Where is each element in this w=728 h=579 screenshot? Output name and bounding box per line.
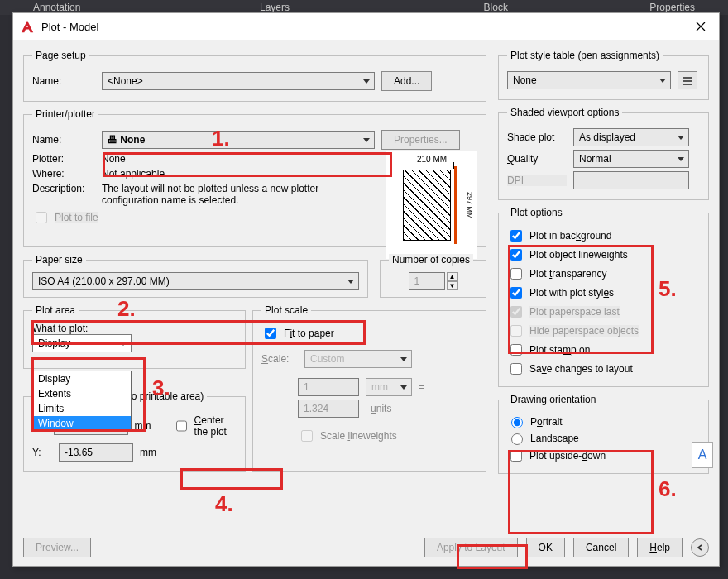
dropdown-option-extents[interactable]: Extents <box>33 386 131 401</box>
dialog-title: Plot - Model <box>41 21 689 33</box>
dropdown-option-window[interactable]: Window <box>33 416 131 431</box>
shaded-viewport-legend: Shaded viewport options <box>507 107 622 118</box>
app-logo-icon <box>20 19 35 34</box>
landscape-label: Landscape <box>530 433 579 444</box>
dpi-label: DPI <box>507 175 567 186</box>
edit-plot-style-button[interactable] <box>678 71 697 89</box>
plot-scale-legend: Plot scale <box>261 304 311 316</box>
upside-down-checkbox[interactable] <box>510 450 522 462</box>
x-unit: mm <box>135 420 153 432</box>
plotter-value: None <box>102 153 126 165</box>
plot-background-checkbox[interactable] <box>510 230 522 242</box>
center-plot-checkbox[interactable] <box>176 420 187 432</box>
plot-style-table-legend: Plot style table (pen assignments) <box>507 50 663 61</box>
fit-to-paper-checkbox[interactable] <box>265 328 276 339</box>
y-input[interactable] <box>59 443 133 462</box>
dialog-footer: Preview... Apply to Layout OK Cancel Hel… <box>13 533 719 564</box>
svg-rect-2 <box>682 84 692 85</box>
titlebar: Plot - Model <box>13 13 719 40</box>
printer-name-select[interactable]: 🖶 None <box>102 131 375 149</box>
page-setup-name-label: Name: <box>32 75 95 87</box>
printer-name-label: Name: <box>32 134 95 146</box>
shade-plot-label: Shade plot <box>507 132 567 143</box>
plot-style-table-group: Plot style table (pen assignments) None <box>498 50 709 100</box>
plot-transparency-checkbox[interactable] <box>510 268 522 280</box>
plot-styles-label: Plot with plot styles <box>529 287 614 299</box>
what-to-plot-select[interactable]: Display <box>32 334 132 352</box>
paper-size-select[interactable]: ISO A4 (210.00 x 297.00 MM) <box>32 272 359 290</box>
plot-stamp-label: Plot stamp on <box>529 344 590 356</box>
paper-height-label: 297 MM <box>461 170 474 241</box>
dropdown-option-display[interactable]: Display <box>33 371 131 386</box>
paper-size-group: Paper size ISO A4 (210.00 x 297.00 MM) <box>23 254 368 298</box>
cancel-button[interactable]: Cancel <box>573 538 629 557</box>
landscape-radio[interactable] <box>511 433 523 445</box>
copies-group: Number of copies ▲ ▼ <box>380 254 486 298</box>
page-setup-add-button[interactable]: Add... <box>381 71 432 91</box>
plot-options-group: Plot options Plot in background Plot obj… <box>498 207 709 387</box>
apply-to-layout-button: Apply to Layout <box>424 538 518 557</box>
ribbon-item[interactable]: Layers ▼ <box>260 2 291 13</box>
ok-button[interactable]: OK <box>526 538 565 557</box>
what-to-plot-label: What to plot: <box>32 323 237 334</box>
scale-denominator-input <box>298 400 359 418</box>
y-label: Y: <box>32 447 52 458</box>
scale-lineweights-checkbox <box>301 430 313 442</box>
plot-area-group: Plot area What to plot: Display Display … <box>23 304 246 369</box>
scale-numerator-input <box>298 378 359 396</box>
scale-lineweights-label: Scale lineweights <box>320 430 397 442</box>
plot-styles-checkbox[interactable] <box>510 287 522 299</box>
quality-select[interactable]: Normal <box>573 150 689 168</box>
printer-properties-button: Properties... <box>381 130 460 150</box>
close-icon[interactable] <box>689 15 712 38</box>
expand-icon[interactable] <box>691 538 709 557</box>
plot-to-file-checkbox <box>36 212 47 223</box>
ribbon-item[interactable]: Block ▼ <box>484 2 510 13</box>
copies-legend: Number of copies <box>389 254 473 266</box>
scale-label: Scale: <box>261 353 298 365</box>
plot-area-legend: Plot area <box>32 304 79 316</box>
portrait-radio[interactable] <box>511 417 523 428</box>
printer-legend: Printer/plotter <box>32 108 98 120</box>
quality-label: Quality <box>507 153 567 165</box>
copies-up-icon[interactable]: ▲ <box>447 272 458 281</box>
printer-group: Printer/plotter Name: 🖶 None Properties.… <box>23 108 486 247</box>
plot-dialog: Plot - Model Page setup Name: <None> Add… <box>12 12 720 567</box>
save-changes-checkbox[interactable] <box>510 363 522 375</box>
scale-den-unit: units <box>371 403 391 414</box>
fit-to-paper-label: Fit to paper <box>284 328 334 339</box>
help-button[interactable]: Help <box>637 538 682 557</box>
copies-down-icon[interactable]: ▼ <box>447 281 458 290</box>
plot-style-select[interactable]: None <box>507 71 671 89</box>
portrait-label: Portrait <box>530 416 563 428</box>
dropdown-option-limits[interactable]: Limits <box>33 401 131 416</box>
plot-lineweights-label: Plot object lineweights <box>529 249 628 261</box>
svg-rect-0 <box>682 77 692 79</box>
shaded-viewport-group: Shaded viewport options Shade plot As di… <box>498 107 709 200</box>
preview-button: Preview... <box>23 538 91 557</box>
plot-lineweights-checkbox[interactable] <box>510 249 522 261</box>
what-to-plot-dropdown[interactable]: Display Extents Limits Window <box>32 371 132 432</box>
shade-plot-select[interactable]: As displayed <box>573 128 689 146</box>
page-setup-name-select[interactable]: <None> <box>102 72 375 90</box>
plot-to-file-label: Plot to file <box>55 212 98 223</box>
page-setup-group: Page setup Name: <None> Add... <box>23 50 486 102</box>
ribbon-item[interactable]: Properties <box>649 2 695 13</box>
paper-size-legend: Paper size <box>32 254 86 266</box>
hide-paperspace-checkbox <box>510 325 522 337</box>
plot-transparency-label: Plot transparency <box>529 268 606 280</box>
plot-background-label: Plot in background <box>529 230 611 242</box>
plot-options-legend: Plot options <box>507 207 566 218</box>
copies-input <box>409 272 445 290</box>
plotter-label: Plotter: <box>32 153 95 165</box>
center-plot-label: Center the plot <box>194 414 237 438</box>
plot-stamp-checkbox[interactable] <box>510 344 522 356</box>
hide-paperspace-label: Hide paperspace objects <box>529 325 639 337</box>
paper-preview: 210 MM 297 MM <box>386 151 477 259</box>
page-setup-legend: Page setup <box>32 50 89 61</box>
ribbon-item[interactable]: Annotation ▼ <box>33 2 80 13</box>
plot-scale-group: Plot scale Fit to paper Scale: Custom mm… <box>252 304 486 472</box>
orientation-group: Drawing orientation Portrait Landscape P… <box>498 394 709 474</box>
paper-width-label: 210 MM <box>386 155 477 164</box>
description-value: The layout will not be plotted unless a … <box>102 183 366 206</box>
